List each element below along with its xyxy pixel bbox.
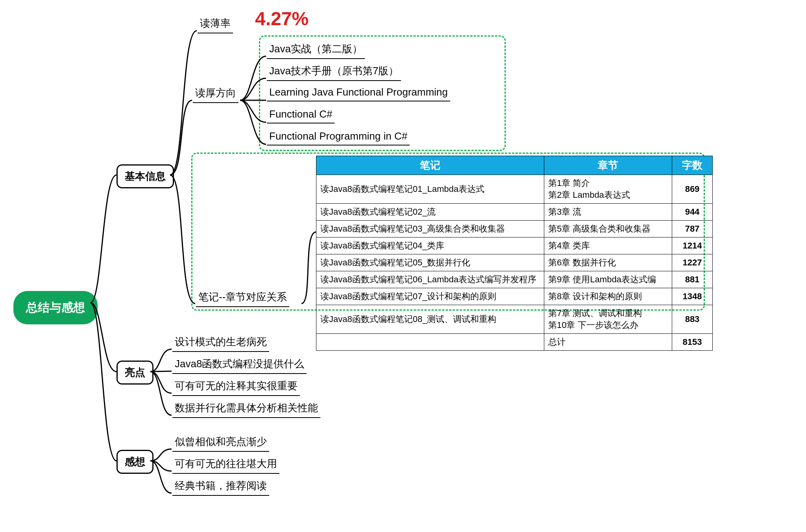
- basic-info-node: 基本信息: [116, 164, 174, 188]
- table-row: 读Java8函数式编程笔记04_类库第4章 类库1214: [316, 237, 713, 254]
- thought-item-1: 可有可无的往往堪大用: [172, 455, 279, 474]
- thick-item-4: Functional Programming in C#: [267, 129, 410, 145]
- th-note: 笔记: [316, 156, 544, 175]
- thick-item-1: Java技术手册（原书第7版）: [267, 63, 401, 81]
- highlight-item-0: 设计模式的生老病死: [172, 333, 269, 352]
- th-count: 字数: [672, 156, 713, 175]
- notes-chapter-table: 笔记 章节 字数 读Java8函数式编程笔记01_Lambda表达式第1章 简介…: [316, 156, 713, 351]
- th-chapter: 章节: [544, 156, 672, 175]
- thoughts-node: 感想: [116, 450, 153, 474]
- thick-direction-label: 读厚方向: [193, 85, 238, 103]
- table-row: 总计8153: [316, 334, 713, 351]
- notes-relation-label: 笔记--章节对应关系: [196, 289, 289, 307]
- thick-item-0: Java实战（第二版）: [267, 40, 365, 59]
- table-row: 读Java8函数式编程笔记05_数据并行化第6章 数据并行化1227: [316, 254, 713, 271]
- table-row: 读Java8函数式编程笔记01_Lambda表达式第1章 简介第2章 Lambd…: [316, 175, 713, 204]
- table-row: 读Java8函数式编程笔记02_流第3章 流944: [316, 204, 713, 221]
- highlights-node: 亮点: [116, 361, 153, 385]
- table-row: 读Java8函数式编程笔记03_高级集合类和收集器第5章 高级集合类和收集器78…: [316, 221, 713, 237]
- table-row: 读Java8函数式编程笔记08_测试、调试和重构第7章 测试、调试和重构第10章…: [316, 305, 713, 334]
- thick-item-2: Learning Java Functional Programming: [267, 85, 450, 101]
- table-row: 读Java8函数式编程笔记06_Lambda表达式编写并发程序第9章 使用Lam…: [316, 271, 713, 288]
- root-node: 总结与感想: [13, 291, 98, 324]
- thought-item-0: 似曾相似和亮点渐少: [172, 433, 269, 452]
- thick-item-3: Functional C#: [267, 107, 335, 123]
- rate-label-node: 读薄率: [198, 15, 233, 33]
- highlight-item-2: 可有可无的注释其实很重要: [172, 377, 300, 396]
- highlight-item-3: 数据并行化需具体分析相关性能: [172, 399, 320, 418]
- highlight-item-1: Java8函数式编程没提供什么: [172, 355, 307, 374]
- thought-item-2: 经典书籍，推荐阅读: [172, 477, 269, 496]
- rate-value-node: 4.27%: [255, 8, 309, 29]
- table-row: 读Java8函数式编程笔记07_设计和架构的原则第8章 设计和架构的原则1348: [316, 288, 713, 305]
